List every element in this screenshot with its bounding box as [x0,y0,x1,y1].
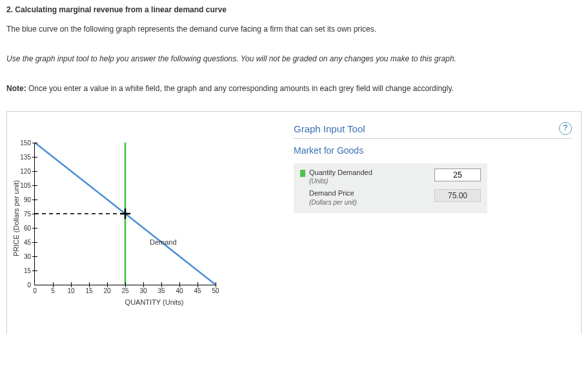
tool-header-row: ? Graph Input Tool [294,123,572,134]
y-tick-label: 0 [27,281,31,289]
y-axis-label: PRICE (Dollars per unit) [12,180,20,256]
field-group: Quantity Demanded (Units) Demand Price (… [294,163,487,213]
graph-wrap: PRICE (Dollars per unit) Demand 01530456… [34,143,274,285]
y-tick-mark [32,199,37,200]
y-tick-mark [32,185,37,186]
x-tick-mark [198,282,198,287]
x-tick-label: 35 [157,287,165,294]
y-tick-label: 60 [24,225,31,232]
x-tick-label: 30 [139,287,147,294]
y-tick-label: 135 [20,154,31,161]
question-title: 2. Calculating marginal revenue from a l… [6,5,582,14]
x-tick-mark [161,282,162,287]
y-tick-mark [32,271,37,271]
price-label: Demand Price (Dollars per unit) [309,189,434,206]
x-tick-mark [143,282,144,287]
demand-series-label: Demand [150,238,177,246]
x-tick-mark [216,282,216,287]
x-tick-label: 20 [103,287,110,294]
y-tick-label: 15 [24,267,31,274]
x-axis-label: QUANTITY (Units) [125,298,184,306]
y-tick-mark [32,214,37,214]
x-tick-label: 40 [176,287,183,294]
y-tick-mark [32,242,37,243]
note-label: Note: [6,84,26,93]
x-tick-mark [89,282,90,287]
y-tick-label: 30 [24,253,31,260]
y-tick-label: 45 [24,239,31,246]
y-tick-label: 90 [24,196,31,203]
y-tick-mark [32,143,37,143]
intro-text: The blue curve on the following graph re… [6,23,582,35]
tool-subheader: Market for Goods [294,145,572,156]
x-tick-mark [53,282,54,287]
quantity-label-text: Quantity Demanded [309,169,372,176]
price-display: 75.00 [434,189,481,202]
help-icon[interactable]: ? [559,122,572,135]
quantity-row: Quantity Demanded (Units) [300,169,481,185]
y-tick-label: 75 [24,210,31,218]
quantity-color-chip [300,170,305,177]
x-tick-label: 10 [67,287,74,294]
quantity-input[interactable] [434,169,481,181]
content-panel: PRICE (Dollars per unit) Demand 01530456… [6,111,582,334]
question-heading: Calculating marginal revenue from a line… [15,5,226,14]
y-tick-mark [32,157,37,158]
quantity-label: Quantity Demanded (Units) [309,169,434,185]
x-tick-mark [179,282,180,287]
y-tick-mark [32,256,37,257]
y-tick-mark [32,171,37,172]
note-body: Once you enter a value in a white field,… [26,84,454,93]
y-tick-label: 105 [20,182,31,189]
chart-svg [35,143,216,285]
price-units: (Dollars per unit) [309,199,357,206]
x-tick-mark [125,282,126,287]
quantity-units: (Units) [309,178,328,185]
x-tick-label: 50 [212,287,219,294]
x-tick-label: 25 [121,287,128,294]
note-text: Note: Once you enter a value in a white … [6,83,582,94]
x-tick-mark [71,282,72,287]
y-tick-label: 150 [20,139,31,147]
tool-divider [294,138,572,139]
price-row: Demand Price (Dollars per unit) 75.00 [300,189,481,206]
plot-area[interactable]: Demand 015304560759010512013515005101520… [34,143,216,285]
tool-title: Graph Input Tool [294,123,572,134]
x-tick-mark [107,282,108,287]
instructions-text: Use the graph input tool to help you ans… [6,53,582,65]
price-label-text: Demand Price [309,189,354,197]
tool-column: ? Graph Input Tool Market for Goods Quan… [294,123,572,334]
x-tick-label: 0 [33,287,37,294]
y-tick-mark [32,228,37,229]
x-tick-label: 45 [194,287,201,294]
x-tick-label: 5 [51,287,55,294]
question-number: 2. [6,5,13,14]
y-tick-label: 120 [20,168,31,175]
graph-column: PRICE (Dollars per unit) Demand 01530456… [16,123,274,334]
x-tick-label: 15 [85,287,92,294]
price-chip-spacer [300,190,305,198]
